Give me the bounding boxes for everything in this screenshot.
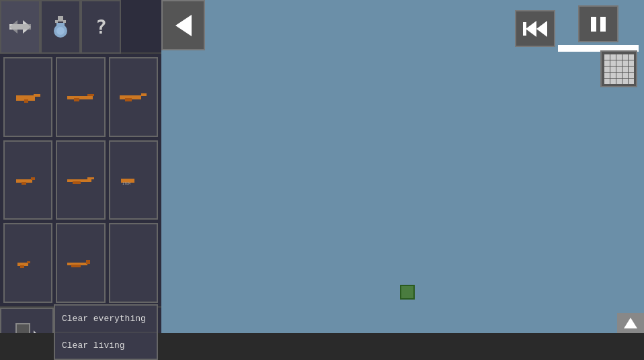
grid-icon <box>604 54 634 84</box>
item-slot-5[interactable] <box>56 140 105 220</box>
svg-rect-14 <box>74 98 79 101</box>
grid-button[interactable] <box>600 50 637 87</box>
item-slot-4[interactable] <box>3 140 52 220</box>
svg-rect-40 <box>591 17 596 32</box>
item-slot-7[interactable] <box>3 223 52 303</box>
svg-rect-2 <box>58 16 63 21</box>
svg-rect-11 <box>24 99 28 103</box>
svg-rect-16 <box>141 93 147 96</box>
left-panel: ? ITEM <box>0 0 161 360</box>
svg-rect-22 <box>87 177 94 179</box>
pause-button[interactable] <box>578 5 618 42</box>
svg-rect-6 <box>56 23 65 27</box>
back-button[interactable] <box>161 0 205 50</box>
item-slot-2[interactable] <box>56 57 105 137</box>
svg-rect-30 <box>86 260 90 264</box>
svg-rect-3 <box>55 20 58 23</box>
svg-rect-20 <box>22 182 26 185</box>
svg-rect-28 <box>20 265 24 268</box>
svg-marker-42 <box>624 318 637 328</box>
top-toolbar: ? <box>0 0 161 54</box>
entity <box>400 285 415 300</box>
svg-rect-12 <box>67 96 93 99</box>
svg-rect-17 <box>125 98 132 101</box>
clear-everything-button[interactable]: Clear everything <box>55 306 157 332</box>
svg-rect-39 <box>523 22 526 36</box>
svg-rect-27 <box>27 261 30 263</box>
context-menu: Clear everything Clear living <box>54 304 158 360</box>
svg-marker-37 <box>536 21 547 37</box>
help-button[interactable]: ? <box>81 0 121 54</box>
svg-text:ITEM: ITEM <box>122 181 130 185</box>
item-slot-9[interactable] <box>109 223 158 303</box>
swap-button[interactable] <box>0 0 40 54</box>
item-slot-1[interactable] <box>3 57 52 137</box>
potion-button[interactable] <box>40 0 81 54</box>
svg-rect-19 <box>31 177 35 180</box>
svg-rect-31 <box>71 265 81 267</box>
svg-marker-36 <box>175 15 192 36</box>
rewind-button[interactable] <box>515 10 555 47</box>
svg-text:?: ? <box>95 16 107 38</box>
svg-rect-23 <box>73 181 81 184</box>
svg-rect-4 <box>63 20 66 23</box>
item-slot-8[interactable] <box>56 223 105 303</box>
top-right-controls <box>510 0 644 57</box>
items-grid: ITEM <box>0 54 161 306</box>
svg-point-7 <box>56 27 65 35</box>
svg-rect-41 <box>600 17 606 32</box>
bottom-right-icon[interactable] <box>617 313 644 333</box>
speed-control <box>558 5 639 52</box>
clear-living-button[interactable]: Clear living <box>55 332 157 359</box>
svg-rect-10 <box>34 94 40 97</box>
item-slot-3[interactable] <box>109 57 158 137</box>
svg-marker-38 <box>526 21 536 37</box>
svg-marker-1 <box>9 20 31 34</box>
item-slot-6[interactable]: ITEM <box>109 140 158 220</box>
svg-rect-13 <box>87 94 94 96</box>
